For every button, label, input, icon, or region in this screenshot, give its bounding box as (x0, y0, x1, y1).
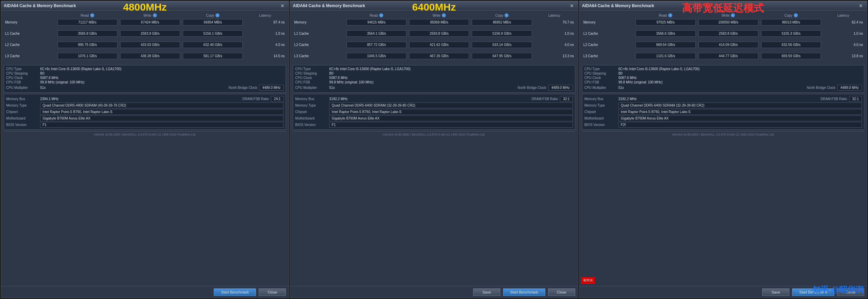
cpu-mult-row-1: CPU Multiplier 51x North Bridge Clock 44… (6, 84, 284, 91)
close-btn-1[interactable]: Close (259, 288, 286, 296)
read-val-1-3: 1076.1 GB/s (56, 52, 119, 60)
close-button-2[interactable]: ✕ (568, 3, 575, 9)
read-info-icon-3[interactable]: i (668, 13, 672, 17)
nb-clock-label-2: North Bridge Clock (518, 86, 546, 90)
row-label-2-1: L1 Cache (293, 29, 345, 38)
titlebar-3: AIDA64 Cache & Memory Benchmark 高带宽低延迟模式… (579, 1, 867, 11)
th-latency-1: Latency (244, 13, 286, 18)
latency-val-1-2: 4.0 ns (244, 41, 286, 49)
latency-val-1-0: 87.4 ns (244, 18, 286, 27)
latency-val-3-2: 4.0 ns (822, 41, 864, 49)
bench-row-2-0: Memory 94015 MB/s 85068 MB/s 86952 MB/s … (293, 18, 575, 27)
read-val-2-2: 857.72 GB/s (345, 41, 408, 49)
freq-label-1: 4800MHz (123, 1, 166, 13)
cpu-type-val-2: 6C+8c Intel Core i5-13600 (Raptor Lake-S… (329, 67, 573, 71)
motherboard-val-3: Gigabyte B760M Aorus Elite AX (618, 115, 862, 121)
mem-type-row-3: Memory Type Quad Channel DDR5-6400 SDRAM… (584, 102, 862, 109)
bench-row-3-3: L3 Cache 1101.6 GB/s 444.77 GB/s 659.59 … (582, 52, 864, 60)
memory-info-section-1: Memory Bus 2394.1 MHz DRAM:FSB Ratio 24:… (4, 94, 286, 130)
nb-clock-label-3: North Bridge Clock (807, 86, 835, 90)
copy-val-2-0: 86952 MB/s (470, 18, 533, 27)
freq-label-2: 6400MHz (412, 1, 456, 13)
read-val-3-2: 969.54 GB/s (634, 41, 697, 49)
latency-val-2-2: 4.0 ns (533, 41, 575, 49)
write-val-1-3: 438.28 GB/s (119, 52, 181, 60)
cpu-type-row-1: CPU Type 6C+8c Intel Core i5-13600 (Rapt… (6, 67, 284, 71)
read-info-icon-1[interactable]: i (90, 13, 94, 17)
latency-val-3-3: 13.8 ns (822, 52, 864, 60)
dram-fsb-label-1: DRAM:FSB Ratio (242, 97, 269, 101)
mem-bus-val-2: 3192.2 MHz (329, 97, 531, 101)
row-label-3-3: L3 Cache (582, 52, 634, 60)
latency-val-2-0: 70.7 ns (533, 18, 575, 27)
watermark: 昭华润 (581, 277, 595, 284)
cpu-clock-row-2: CPU Clock 5087.6 MHz (295, 76, 573, 80)
th-latency-3: Latency (822, 13, 864, 18)
th-read-2: Read i (345, 13, 408, 18)
btn-bar-1: Start Benchmark Close (1, 286, 289, 298)
mem-type-row-1: Memory Type Quad Channel DDR5-4800 SDRAM… (6, 102, 284, 109)
write-val-3-1: 2583.8 GB/s (697, 29, 760, 38)
save-button-2[interactable]: Save (473, 288, 500, 296)
titlebar-2: AIDA64 Cache & Memory Benchmark 6400MHz … (290, 1, 578, 11)
close-button-1[interactable]: ✕ (279, 3, 286, 9)
nb-clock-val-1: 4489.0 MHz (259, 85, 284, 91)
copy-val-3-1: 5155.3 GB/s (760, 29, 822, 38)
dram-fsb-label-2: DRAM:FSB Ratio (531, 97, 558, 101)
nb-clock-val-2: 4489.0 MHz (548, 85, 573, 91)
cpu-type-row-2: CPU Type 6C+8c Intel Core i5-13600 (Rapt… (295, 67, 573, 71)
cpu-stepping-row-3: CPU Stepping B0 (584, 71, 862, 76)
panel-title-2: AIDA64 Cache & Memory Benchmark (293, 3, 365, 8)
motherboard-val-1: Gigabyte B760M Aorus Elite AX (40, 115, 284, 121)
read-val-1-1: 3565.8 GB/s (56, 29, 119, 38)
close-btn-2[interactable]: Close (548, 288, 575, 296)
latency-val-3-1: 1.0 ns (822, 29, 864, 38)
bench-row-1-1: L1 Cache 3565.8 GB/s 2583.9 GB/s 5156.1 … (4, 29, 286, 38)
motherboard-val-2: Gigabyte B760M Aorus Elite AX (329, 115, 573, 121)
cpu-fsb-row-1: CPU FSB 99.8 MHz (original: 100 MHz) (6, 80, 284, 84)
save-button-3[interactable]: Save (762, 288, 789, 296)
read-val-2-3: 1045.5 GB/s (345, 52, 408, 60)
copy-info-icon-1[interactable]: i (215, 13, 220, 17)
copy-val-1-0: 66954 MB/s (181, 18, 244, 27)
chipset-val-3: Intel Raptor Point-S B760, Intel Raptor … (618, 109, 862, 115)
write-val-3-2: 414.09 GB/s (697, 41, 760, 49)
bench-table-1: Read i Write i Copy (4, 13, 286, 63)
write-val-1-2: 433.03 GB/s (119, 41, 181, 49)
motherboard-row-1: Motherboard Gigabyte B760M Aorus Elite A… (6, 115, 284, 122)
copy-val-1-3: 581.17 GB/s (181, 52, 244, 60)
bench-table-2: Read i Write i Copy (293, 13, 575, 63)
cpu-mult-val-1: 51x (40, 86, 228, 90)
start-button-1[interactable]: Start Benchmark (214, 288, 256, 296)
bios-val-2: F1 (329, 122, 573, 128)
memory-info-section-3: Memory Bus 3192.2 MHz DRAM:FSB Ratio 32:… (582, 94, 864, 130)
bench-row-2-3: L3 Cache 1045.5 GB/s 467.26 GB/s 647.95 … (293, 52, 575, 60)
read-info-icon-2[interactable]: i (379, 13, 383, 17)
th-copy-1: Copy i (181, 13, 244, 18)
dram-fsb-val-1: 24:1 (271, 96, 284, 102)
write-val-1-0: 67424 MB/s (119, 18, 181, 27)
cpu-clock-val-3: 5087.6 MHz (618, 76, 862, 80)
write-info-icon-1[interactable]: i (153, 13, 157, 17)
copy-info-icon-3[interactable]: i (794, 13, 798, 17)
copy-val-1-2: 632.40 GB/s (181, 41, 244, 49)
nb-clock-val-3: 4489.0 MHz (837, 85, 862, 91)
bench-row-3-2: L2 Cache 969.54 GB/s 414.09 GB/s 632.56 … (582, 41, 864, 49)
titlebar-1: AIDA64 Cache & Memory Benchmark 4800MHz … (1, 1, 289, 11)
write-info-icon-2[interactable]: i (442, 13, 446, 17)
cpu-type-val-3: 6C+8c Intel Core i5-13600 (Raptor Lake-S… (618, 67, 862, 71)
start-button-2[interactable]: Start Benchmark (503, 288, 545, 296)
close-button-3[interactable]: ✕ (857, 3, 864, 9)
cpu-mult-val-2: 51x (329, 86, 517, 90)
copy-val-1-1: 5156.1 GB/s (181, 29, 244, 38)
dram-fsb-label-3: DRAM:FSB Ratio (821, 97, 847, 101)
latency-val-2-1: 1.0 ns (533, 29, 575, 38)
row-label-3-2: L2 Cache (582, 41, 634, 49)
btn-bar-2: Save Start Benchmark Close (290, 286, 578, 298)
latency-val-3-0: 62.4 ns (822, 18, 864, 27)
bench-row-3-0: Memory 97925 MB/s 100050 MB/s 96013 MB/s… (582, 18, 864, 27)
copy-info-icon-2[interactable]: i (504, 13, 509, 17)
panel-1: AIDA64 Cache & Memory Benchmark 4800MHz … (1, 1, 289, 298)
dram-fsb-val-2: 32:1 (560, 96, 573, 102)
write-val-1-1: 2583.9 GB/s (119, 29, 181, 38)
